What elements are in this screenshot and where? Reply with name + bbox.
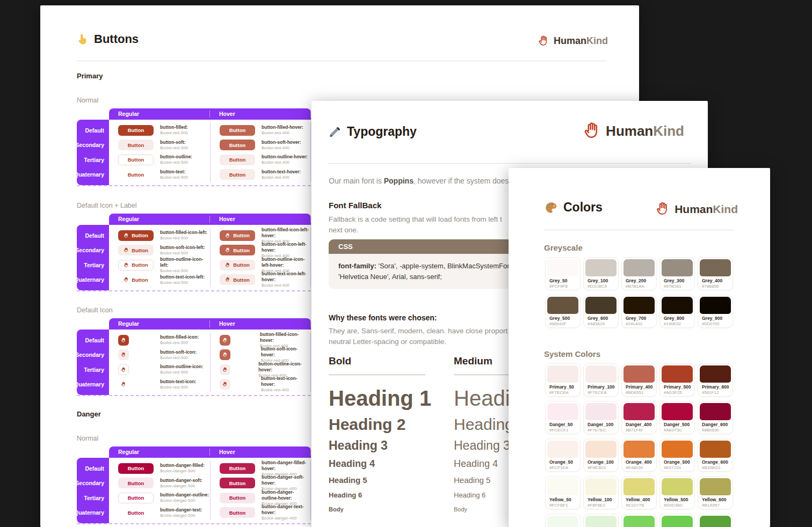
sample-button[interactable] — [220, 379, 230, 390]
token-info: button-danger-outline:$color-danger-500 — [160, 492, 209, 503]
swatch-label: Yellow_100 — [588, 497, 617, 502]
table-header-row: RegularHover — [109, 447, 311, 458]
sample-button[interactable]: Button — [118, 230, 154, 241]
token-info: button-text-icon-left-hover:$color-red-4… — [262, 271, 310, 288]
sample-button[interactable]: Button — [220, 463, 255, 474]
sample-button[interactable]: Button — [220, 140, 255, 150]
sample-button[interactable]: Button — [118, 245, 154, 255]
button-spec-cell: button-soft-icon:$color-red-500 — [118, 348, 210, 363]
sample-button[interactable] — [118, 379, 129, 390]
sample-button[interactable]: Button — [118, 274, 154, 285]
row-label-column: DefaultSecondaryTertiaryQuaternary — [77, 120, 109, 185]
sample-button[interactable]: Button — [118, 463, 154, 474]
sample-button[interactable] — [118, 335, 129, 346]
colors-page[interactable]: Colors HumanKind Greyscale Grey_50#FCF9F… — [509, 168, 770, 527]
row-label: Tertiary — [77, 362, 109, 377]
sample-button-label: Button — [128, 142, 144, 148]
token-name: button-soft-icon-hover: — [261, 346, 310, 358]
sample-button-label: Button — [128, 495, 144, 501]
token-var: $color-red-400 — [262, 175, 301, 180]
sample-button[interactable] — [220, 349, 230, 360]
sample-button[interactable]: Button — [220, 169, 255, 180]
color-swatch — [700, 259, 731, 276]
type-specimen-medium: Body — [454, 506, 467, 513]
sample-button[interactable]: Button — [220, 260, 255, 270]
row-label: Quaternary — [77, 273, 109, 288]
group-label-icon-label: Default Icon + Label — [77, 202, 137, 209]
row-label-column: DefaultSecondaryTertiaryQuaternary — [77, 330, 109, 395]
token-info: button-text-hover:$color-red-400 — [262, 169, 301, 180]
type-specimen-bold: Heading 6 — [329, 491, 454, 499]
sample-button[interactable]: Button — [220, 245, 255, 255]
swatch-hex: #B1A957 — [702, 503, 731, 508]
swatch-hex: #FCF1EA — [549, 465, 578, 470]
sample-button-label: Button — [128, 480, 144, 486]
regular-column: button-filled-icon:$color-red-500button-… — [109, 333, 210, 392]
button-spec-cell: Buttonbutton-text-icon-left:$color-red-5… — [118, 273, 210, 288]
sample-button-label: Button — [229, 495, 246, 501]
hover-column: Buttonbutton-filled-hover:$color-red-400… — [210, 123, 311, 182]
button-spec-cell: button-filled-icon:$color-red-500 — [118, 333, 210, 348]
section-heading-system-colors: System Colors — [544, 349, 600, 358]
token-name: button-danger-soft: — [160, 478, 202, 484]
button-slot — [118, 349, 154, 360]
css-label: CSS — [338, 243, 353, 251]
sample-button[interactable]: Button — [118, 478, 154, 488]
token-name: button-danger-soft-hover: — [262, 474, 310, 486]
swatch-hex: #AE073C — [664, 428, 693, 433]
sample-button[interactable]: Button — [118, 140, 154, 150]
sample-button-label: Button — [229, 465, 246, 471]
regular-column: Buttonbutton-filled:$color-red-500Button… — [109, 123, 210, 182]
sample-button[interactable]: Button — [118, 125, 154, 136]
fallback-heading: Font FallBack — [329, 201, 381, 210]
token-info: button-outline-icon-left:$color-red-500 — [160, 257, 210, 274]
button-spec-cell: Buttonbutton-filled-icon-left:$color-red… — [118, 228, 210, 243]
color-swatch — [624, 516, 655, 527]
sample-button[interactable] — [220, 335, 230, 346]
sample-button[interactable] — [118, 349, 129, 360]
table-main: RegularHoverButtonbutton-filled-icon-lef… — [109, 214, 311, 290]
table-body: Buttonbutton-filled-icon-left:$color-red… — [109, 225, 311, 290]
row-label: Default — [77, 461, 109, 476]
button-spec-cell: Buttonbutton-text-hover:$color-red-400 — [220, 167, 310, 182]
sample-button[interactable]: Button — [118, 169, 154, 180]
hand-icon — [222, 382, 228, 387]
hand-icon — [124, 277, 129, 282]
color-swatch-card: Primary_100#F7ECEA — [583, 363, 619, 397]
sample-button[interactable]: Button — [118, 493, 154, 503]
sample-button[interactable]: Button — [118, 260, 154, 270]
sample-button[interactable]: Button — [220, 493, 255, 503]
token-name: button-text-icon-left-hover: — [262, 271, 310, 283]
sample-button[interactable]: Button — [118, 507, 154, 518]
sample-button[interactable] — [118, 364, 129, 375]
token-var: $color-red-500 — [160, 236, 207, 241]
sample-button[interactable]: Button — [220, 507, 255, 518]
palette-icon — [544, 201, 558, 215]
button-slot: Button — [118, 140, 154, 150]
type-specimen-medium: Heading 3 — [454, 438, 510, 453]
sample-button[interactable]: Button — [220, 478, 255, 488]
swatch-label: Grey_600 — [588, 316, 617, 321]
color-swatch — [585, 441, 617, 458]
greyscale-swatch-grid: Grey_50#FCF9F8Grey_100#D2CBC4Grey_200#B7… — [545, 257, 733, 328]
swatch-label: Danger_500 — [664, 422, 693, 427]
sample-button[interactable]: Button — [220, 230, 255, 241]
row-label: Secondary — [77, 348, 109, 363]
swatch-hex: #8B0630 — [702, 428, 731, 433]
token-var: $color-red-400 — [262, 283, 310, 288]
button-table-icon-label: DefaultSecondaryTertiaryQuaternaryRegula… — [77, 214, 311, 291]
sample-button[interactable]: Button — [220, 274, 255, 285]
sample-button[interactable] — [220, 364, 230, 375]
color-swatch-card — [621, 514, 657, 527]
sample-button[interactable]: Button — [118, 155, 154, 165]
button-slot: Button — [220, 463, 255, 474]
section-heading-greyscale: Greyscale — [544, 243, 583, 252]
color-swatch — [624, 441, 655, 458]
swatch-hex: #190E02 — [664, 321, 693, 326]
swatch-hex: #AD3F25 — [664, 390, 693, 395]
color-swatch-card: Grey_700#241402 — [621, 295, 657, 328]
color-swatch — [624, 403, 655, 420]
why-heading: Why these fonts were chosen: — [329, 313, 437, 322]
sample-button[interactable]: Button — [220, 125, 255, 136]
sample-button[interactable]: Button — [220, 155, 255, 165]
